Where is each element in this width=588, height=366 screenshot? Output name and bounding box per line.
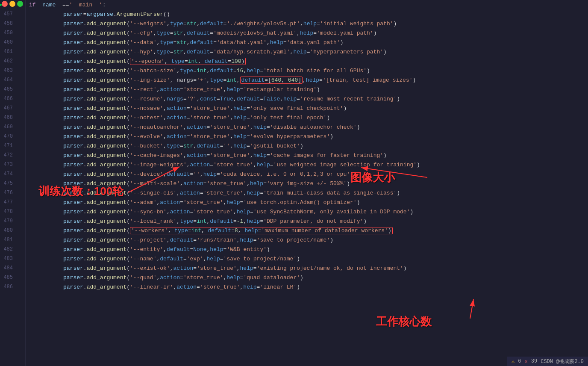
code-line: parser.add_argument('--bucket', type=str…: [29, 141, 588, 151]
code-line: if __name__ == '__main__':: [29, 0, 588, 9]
code-line: parser.add_argument('--single-cls', acti…: [29, 188, 588, 198]
code-line: parser.add_argument('--img-size', nargs=…: [29, 75, 588, 85]
warning-icon: ⚠: [512, 358, 514, 365]
gutter-row: 458: [0, 19, 25, 28]
gutter-row: 465: [0, 85, 25, 94]
line-number: 470: [0, 133, 17, 139]
line-number: 486: [0, 284, 17, 290]
code-line: parser.add_argument('--workers', type=in…: [29, 226, 588, 235]
gutter-row: 471: [0, 141, 25, 151]
code-line: parser.add_argument('--multi-scale', act…: [29, 179, 588, 188]
gutter-row: 480: [0, 226, 25, 235]
gutter-row: 477: [0, 198, 25, 207]
line-number: 463: [0, 68, 17, 74]
gutter-row: 474: [0, 169, 25, 179]
code-line: parser.add_argument('--resume', nargs='?…: [29, 94, 588, 103]
code-line: parser.add_argument('--cache-images', ac…: [29, 151, 588, 160]
minimize-button[interactable]: [9, 1, 15, 7]
gutter-row: 482: [0, 245, 25, 254]
line-number: 471: [0, 143, 17, 149]
error-count: 39: [531, 358, 537, 364]
code-line: parser.add_argument('--local_rank', type…: [29, 216, 588, 226]
line-number: 459: [0, 30, 17, 36]
code-area: ▶ 45745845946046146246346446546646746846…: [0, 0, 588, 366]
line-number: 484: [0, 265, 17, 271]
line-number: 468: [0, 115, 17, 121]
code-line: parser.add_argument('--device', default=…: [29, 169, 588, 179]
line-number: 472: [0, 152, 17, 158]
gutter-row: 479: [0, 216, 25, 226]
gutter-row: 462: [0, 56, 25, 66]
line-number: 464: [0, 77, 17, 83]
gutter-row: 459: [0, 28, 25, 38]
line-number: 477: [0, 199, 17, 205]
code-line: parser.add_argument('--exist-ok', action…: [29, 263, 588, 273]
gutter-row: 464: [0, 75, 25, 85]
code-line: parser.add_argument('--weights', type=st…: [29, 19, 588, 28]
line-number-gutter: ▶ 45745845946046146246346446546646746846…: [0, 0, 26, 366]
code-line: parser.add_argument('--cfg', type=str, d…: [29, 28, 588, 38]
code-line: parser.add_argument('--linear-lr', actio…: [29, 282, 588, 292]
code-line: parser.add_argument('--batch-size', type…: [29, 66, 588, 75]
maximize-button[interactable]: [17, 1, 23, 7]
editor-container: ▶ 45745845946046146246346446546646746846…: [0, 0, 588, 366]
gutter-row: 463: [0, 66, 25, 75]
gutter-row: 481: [0, 235, 25, 245]
gutter-row: 460: [0, 38, 25, 47]
line-number: 462: [0, 58, 17, 64]
line-number: 480: [0, 227, 17, 233]
code-line: parser.add_argument('--nosave', action='…: [29, 103, 588, 113]
line-number: 461: [0, 49, 17, 55]
code-lines: if __name__ == '__main__':parser = argpa…: [26, 0, 588, 366]
gutter-row: 478: [0, 207, 25, 216]
gutter-row: 473: [0, 160, 25, 169]
error-icon: ✕: [525, 358, 528, 365]
gutter-row: 486: [0, 282, 25, 292]
close-button[interactable]: [2, 1, 8, 7]
code-line: parser.add_argument('--epochs', type=int…: [29, 56, 588, 66]
gutter-row: 468: [0, 113, 25, 122]
code-line: parser.add_argument('--noautoanchor', ac…: [29, 122, 588, 132]
gutter-row: 470: [0, 132, 25, 141]
line-number: 460: [0, 39, 17, 45]
code-line: parser.add_argument('--project', default…: [29, 235, 588, 245]
line-number: 483: [0, 256, 17, 262]
gutter-row: 469: [0, 122, 25, 132]
gutter-row: 466: [0, 94, 25, 103]
code-line: parser.add_argument('--rect', action='st…: [29, 85, 588, 94]
code-line: parser.add_argument('--evolve', action='…: [29, 132, 588, 141]
gutter-row: 483: [0, 254, 25, 263]
gutter-row: 475: [0, 179, 25, 188]
line-number: 478: [0, 209, 17, 215]
status-bar: ⚠ 6 ✕ 39 CSDN @桃成蹊2.0: [507, 357, 588, 366]
line-number: 485: [0, 274, 17, 280]
code-line: parser.add_argument('--data', type=str, …: [29, 38, 588, 47]
gutter-row: 457: [0, 9, 25, 19]
code-line: parser = argparse.ArgumentParser(): [29, 9, 588, 19]
code-line: parser.add_argument('--hyp', type=str, d…: [29, 47, 588, 56]
line-number: 479: [0, 218, 17, 224]
code-line: parser.add_argument('--quad', action='st…: [29, 273, 588, 282]
line-number: 467: [0, 105, 17, 111]
warning-count: 6: [518, 358, 521, 364]
line-number: 476: [0, 190, 17, 196]
code-line: parser.add_argument('--image-weights', a…: [29, 160, 588, 169]
gutter-row: 485: [0, 273, 25, 282]
line-number: 458: [0, 21, 17, 27]
gutter-row: 467: [0, 103, 25, 113]
line-number: 457: [0, 11, 17, 17]
gutter-row: 476: [0, 188, 25, 198]
window-controls: [0, 1, 23, 7]
code-line: parser.add_argument('--entity', default=…: [29, 245, 588, 254]
gutter-row: 484: [0, 263, 25, 273]
line-number: 474: [0, 171, 17, 177]
gutter-row: 461: [0, 47, 25, 56]
code-line: parser.add_argument('--adam', action='st…: [29, 198, 588, 207]
line-number: 466: [0, 96, 17, 102]
line-number: 465: [0, 86, 17, 92]
code-line: parser.add_argument('--sync-bn', action=…: [29, 207, 588, 216]
attribution: CSDN @桃成蹊2.0: [541, 358, 584, 365]
code-line: parser.add_argument('--notest', action='…: [29, 113, 588, 122]
code-line: parser.add_argument('--name', default='e…: [29, 254, 588, 263]
line-number: 473: [0, 162, 17, 168]
